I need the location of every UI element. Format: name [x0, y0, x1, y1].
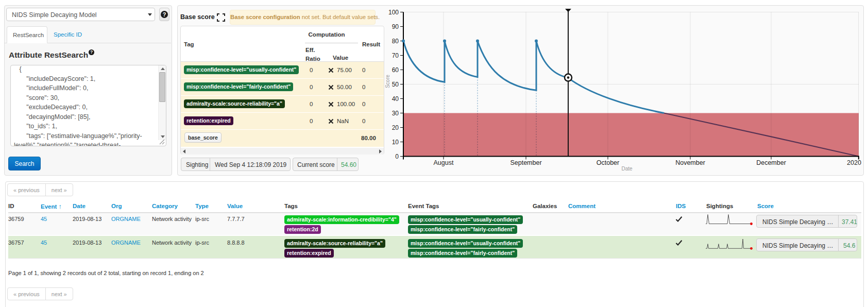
- svg-text:0: 0: [395, 153, 399, 160]
- svg-text:50: 50: [392, 81, 399, 88]
- svg-text:2020: 2020: [847, 159, 861, 166]
- svg-text:October: October: [597, 159, 619, 166]
- svg-text:100: 100: [388, 9, 399, 16]
- svg-text:December: December: [756, 159, 786, 166]
- svg-text:November: November: [675, 159, 705, 166]
- svg-text:60: 60: [392, 66, 399, 74]
- svg-text:40: 40: [392, 95, 399, 103]
- svg-text:Score: Score: [385, 75, 390, 89]
- svg-text:10: 10: [392, 139, 399, 146]
- svg-text:Date: Date: [621, 166, 633, 172]
- svg-text:70: 70: [392, 52, 399, 59]
- svg-text:August: August: [434, 159, 454, 166]
- svg-text:30: 30: [392, 110, 399, 117]
- svg-text:20: 20: [392, 124, 399, 131]
- svg-text:September: September: [510, 159, 541, 166]
- svg-text:90: 90: [392, 23, 399, 30]
- svg-text:80: 80: [392, 38, 399, 45]
